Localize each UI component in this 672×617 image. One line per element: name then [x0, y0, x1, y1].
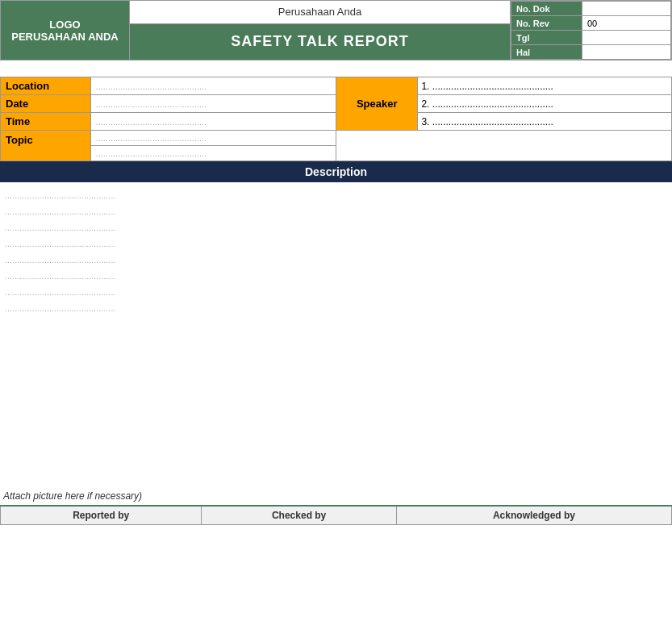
company-name: Perusahaan Anda: [130, 1, 511, 24]
logo-line1: LOGO: [49, 19, 80, 31]
no-dok-value: [582, 2, 671, 16]
tgl-label: Tgl: [511, 31, 582, 45]
speaker2: 2. .....................................…: [418, 95, 672, 113]
description-line: ........................................…: [5, 255, 667, 265]
location-label: Location: [1, 77, 91, 95]
hal-label: Hal: [511, 45, 582, 60]
page: LOGO PERUSAHAAN ANDA Perusahaan Anda No.…: [0, 0, 672, 525]
description-line: ........................................…: [5, 206, 667, 216]
speaker3: 3. .....................................…: [418, 113, 672, 131]
description-line: ........................................…: [5, 190, 667, 200]
acknowledged-by: Acknowledged by: [396, 506, 671, 525]
no-rev-value: 00: [582, 16, 671, 31]
date-label: Date: [1, 95, 91, 113]
time-label: Time: [1, 113, 91, 131]
description-line: ........................................…: [5, 303, 667, 313]
description-header: Description: [0, 161, 672, 182]
tgl-value: [582, 31, 671, 45]
description-line: ........................................…: [5, 239, 667, 248]
reported-by: Reported by: [1, 506, 202, 525]
logo-cell: LOGO PERUSAHAAN ANDA: [1, 1, 130, 60]
attach-note: Attach picture here if necessary): [0, 484, 672, 505]
description-line: ........................................…: [5, 287, 667, 297]
meta-section: No. Dok No. Rev 00 Tgl Hal: [511, 1, 672, 60]
header-table: LOGO PERUSAHAAN ANDA Perusahaan Anda No.…: [0, 0, 672, 60]
topic-value2: ........................................…: [90, 146, 336, 161]
speaker-label: Speaker: [336, 77, 417, 131]
checked-by: Checked by: [202, 506, 397, 525]
speaker1: 1. .....................................…: [418, 77, 672, 95]
topic-label: Topic: [1, 131, 91, 161]
description-section: ........................................…: [0, 187, 672, 323]
topic-value1: ........................................…: [90, 131, 336, 146]
location-value: ........................................…: [90, 77, 336, 95]
footer-table: Reported by Checked by Acknowledged by: [0, 505, 672, 525]
form-section: Location ...............................…: [0, 77, 672, 161]
description-line: ........................................…: [5, 223, 667, 232]
report-title: SAFETY TALK REPORT: [130, 23, 511, 60]
time-value: ........................................…: [90, 113, 336, 131]
no-rev-label: No. Rev: [511, 16, 582, 31]
date-value: ........................................…: [90, 95, 336, 113]
hal-value: [582, 45, 671, 60]
description-line: ........................................…: [5, 271, 667, 281]
logo-line2: PERUSAHAAN ANDA: [11, 31, 118, 43]
image-area: [0, 323, 672, 484]
no-dok-label: No. Dok: [511, 2, 582, 16]
